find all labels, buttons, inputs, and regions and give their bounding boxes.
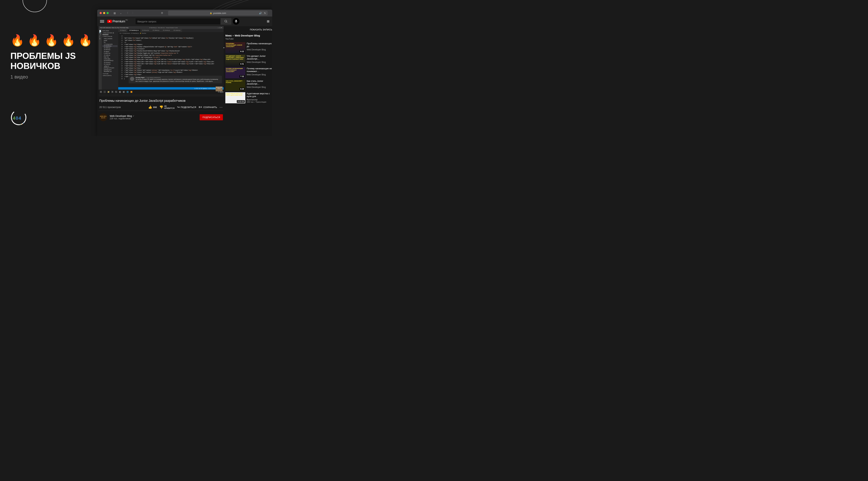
save-button[interactable]: ≡+ СОХРАНИТЬ [198,106,217,109]
url-text: youtube.com [213,12,226,14]
recommendations-sidebar: ПОКАЗАТЬ ЗАПИСЬ Микс – Web Developer Blo… [224,26,272,136]
svg-point-4 [23,123,24,123]
rec-title: Как стать Junior JavaScript… [247,80,272,85]
forward-icon[interactable]: 〉 [131,10,136,16]
channel-name[interactable]: Web Developer Blog ✓ [110,115,134,117]
logo-404: 404 [13,116,21,121]
svg-point-3 [22,124,22,124]
maximize-window[interactable] [106,12,109,14]
main-column: File Edit Selection View Go Run Terminal… [97,26,224,136]
channel-watermark: DEVELOPER BLOG [216,87,222,91]
rec-channel: Web Developer Blog [247,73,272,76]
share-icon: ↪ [177,105,180,109]
dislike-button[interactable]: 👎 НЕ НРАВИТСЯ [159,105,175,109]
video-duration: 6:51 [240,63,245,65]
subscriber-count: 229 тыс. подписчиков [110,117,134,120]
recommendation-item[interactable]: КАК СТАТЬ JAVASCRIPT РАЗРАБ 8:20 Как ста… [225,80,272,91]
rec-channel: Web Developer Blog [247,49,272,51]
search-input[interactable]: Введите запрос [135,18,221,25]
dropdown-icon[interactable]: ⌄ [118,10,123,16]
decorative-circle-top [23,0,47,12]
video-thumbnail[interactable]: ПОЧЕМУ НАЧИНАЮЩИЕ НЕ ПОНИМАЮТ JAVASCRIPT… [225,67,245,78]
reload-icon[interactable]: ↻ [264,12,266,14]
view-count: 20 511 просмотров [99,106,121,109]
show-chat-button[interactable]: ПОКАЗАТЬ ЗАПИСЬ [225,26,272,34]
youtube-header: Premium RU Введите запрос ⊞ [97,17,272,26]
safari-window: ▦ ⌄ 〈 〉 ⛨ 🔒 youtube.com 🔊 ↻ Premium RU В… [97,9,272,136]
video-thumbnail[interactable]: ЧТО ДЕЛАЮТ JUNIOR JAVASCRIPT / ТИПИЧНЫЕ … [225,55,245,66]
vscode-activity-bar: 📄🔍⎇▷⊞ [99,29,102,90]
browser-titlebar: ▦ ⌄ 〈 〉 ⛨ 🔒 youtube.com 🔊 ↻ [97,9,272,17]
traffic-lights[interactable] [100,12,109,14]
channel-row: WEB DEV. BLOG Web Developer Blog ✓ 229 т… [99,111,224,124]
video-duration: 8:22 [240,50,245,53]
left-subtitle: 1 видео [10,74,95,80]
vscode-code: 1415"attr">class="kw">export "attr">clas… [118,35,224,87]
address-bar[interactable]: 🔒 youtube.com 🔊 ↻ [168,10,268,16]
header-actions: ⊞ [267,20,270,23]
vscode-tabs: JS App.jsJS Navibar.js ●JS About.jsJS Sl… [118,29,224,32]
create-icon[interactable]: ⊞ [267,20,270,23]
close-window[interactable] [100,12,102,14]
youtube-logo[interactable]: Premium RU [107,20,125,23]
voice-search-icon[interactable] [233,18,239,25]
rec-title: Адаптивная верстка с нуля для [247,92,272,98]
playlist-add-icon: ≡+ [198,106,202,109]
svg-point-5 [225,20,227,22]
back-icon[interactable]: 〈 [125,10,129,16]
shield-icon[interactable]: ⛨ [160,10,164,16]
video-duration: 7:32 [240,75,245,78]
recommendation-item[interactable]: ▶ ПРОБЛЕМЫ НАЧИНАЮЩИХ JUNIOR JAVASCRIPT … [225,42,272,53]
rec-channel: Фрилансер [247,98,272,101]
rec-title: Почему начинающие не понимают… [247,67,272,73]
recommendation-item[interactable]: ПОЧЕМУ НАЧИНАЮЩИЕ НЕ ПОНИМАЮТ JAVASCRIPT… [225,67,272,78]
recommendation-item[interactable]: ЧТО ДЕЛАЮТ JUNIOR JAVASCRIPT / ТИПИЧНЫЕ … [225,55,272,66]
vscode-explorer: EXPLORER › OPEN EDITORS 1 UNSAVED ∨ FIRS… [102,29,118,90]
video-meta-row: 20 511 просмотров 👍 898 👎 НЕ НРАВИТСЯ ↪ … [99,104,224,111]
video-thumbnail[interactable]: АДАПТИВНАЯ ВЕРСТКА САЙТА ДЛЯ НОВИЧКОВ 3:… [225,92,245,103]
rec-title: Проблемы начинающих до [247,42,272,48]
video-player[interactable]: File Edit Selection View Go Run Terminal… [99,26,224,96]
subscribe-button[interactable]: ПОДПИСАТЬСЯ [199,114,223,120]
thumbs-down-icon: 👎 [159,105,163,109]
channel-avatar[interactable]: WEB DEV. BLOG [99,113,107,121]
video-duration: 8:20 [240,88,245,90]
more-actions-icon[interactable]: ⋯ [219,105,223,109]
like-button[interactable]: 👍 898 [148,105,157,109]
rec-channel: Web Developer Blog [247,86,272,88]
audio-icon[interactable]: 🔊 [259,12,262,14]
verified-icon: ✓ [133,115,134,117]
share-button[interactable]: ↪ ПОДЕЛИТЬСЯ [177,105,196,109]
menu-hamburger-icon[interactable] [100,20,104,23]
svg-point-2 [20,124,21,125]
lock-icon: 🔒 [210,12,212,14]
minimize-window[interactable] [103,12,105,14]
svg-rect-7 [236,20,237,22]
svg-line-6 [226,22,227,23]
youtube-body: File Edit Selection View Go Run Terminal… [97,26,272,136]
windows-taskbar: ⊞○📁⚙Ps▦▦🌐🟧 26.08.2020 [99,90,224,94]
sidebar-toggle-icon[interactable]: ▦ [112,10,117,16]
left-panel: 🔥🔥🔥🔥🔥 ПРОБЛЕМЫ JS НОВИЧКОВ 1 видео [10,34,95,80]
rec-channel: Web Developer Blog [247,61,272,63]
search-button[interactable] [221,18,231,25]
video-thumbnail[interactable]: ПРОБЛЕМЫ НАЧИНАЮЩИХ JUNIOR JAVASCRIPT 8:… [225,42,245,53]
video-duration: 3:12:21 [237,100,245,103]
video-title: Проблемы начинающих до Junior JavaScript… [99,99,224,102]
fire-emojis: 🔥🔥🔥🔥🔥 [10,34,95,47]
thumbs-up-icon: 👍 [148,105,152,109]
left-title: ПРОБЛЕМЫ JS НОВИЧКОВ [10,51,95,71]
rec-title: Что делают Junior JavaScript… [247,55,272,60]
now-playing-icon: ▶ [224,47,224,49]
mix-header: Микс – Web Developer Blog YouTube [225,34,272,42]
vscode-menu: File Edit Selection View Go Run Terminal… [100,27,128,28]
vscode-screenshot: File Edit Selection View Go Run Terminal… [99,26,224,96]
youtube-play-icon [107,20,112,23]
search-wrap: Введите запрос [135,18,239,25]
video-comment-overlay: Sunday Night · 1 год назад (изменено) За… [129,76,222,83]
recommendation-item[interactable]: АДАПТИВНАЯ ВЕРСТКА САЙТА ДЛЯ НОВИЧКОВ 3:… [225,92,272,103]
video-thumbnail[interactable]: КАК СТАТЬ JAVASCRIPT РАЗРАБ 8:20 [225,80,245,91]
